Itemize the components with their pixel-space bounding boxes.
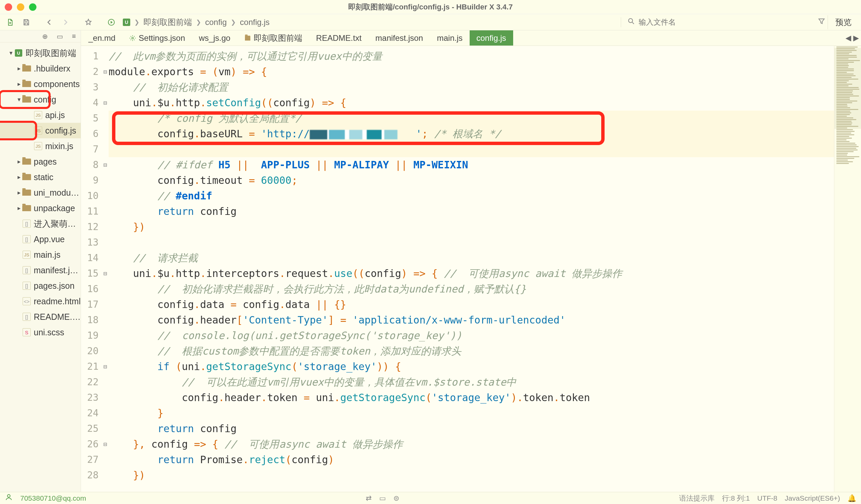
fold-toggle[interactable]: ⊟ <box>102 95 109 111</box>
code-line[interactable]: uni.$u.http.setConfig((config) => { <box>109 95 834 111</box>
fold-toggle <box>102 406 109 421</box>
code-line[interactable]: // 此vm参数为页面的实例，可以通过它引用vuex中的变量 <box>109 49 834 64</box>
tab--[interactable]: 即刻取图前端 <box>237 30 310 45</box>
folder-icon <box>22 95 31 104</box>
breadcrumb-item[interactable]: 即刻取图前端 <box>144 17 192 28</box>
status-cursor-position[interactable]: 行:8 列:1 <box>722 493 750 503</box>
code-line[interactable]: // 请求拦截 <box>109 250 834 266</box>
star-button[interactable] <box>80 15 96 29</box>
code-line[interactable]: // console.log(uni.getStorageSync('stora… <box>109 328 834 343</box>
tree-item-api-js[interactable]: JSapi.js <box>0 107 81 123</box>
minimize-window-button[interactable] <box>17 3 24 11</box>
tree-item-manifest-json[interactable]: []manifest.json <box>0 262 81 278</box>
status-language[interactable]: JavaScript(ES6+) <box>785 494 840 502</box>
maximize-window-button[interactable] <box>29 3 37 11</box>
breadcrumb-item[interactable]: config <box>205 17 227 27</box>
tab-manifest-json[interactable]: manifest.json <box>369 30 430 45</box>
fold-toggle[interactable]: ⊟ <box>102 266 109 281</box>
tab-config-js[interactable]: config.js <box>470 30 513 45</box>
tree-project-root[interactable]: ▾ U 即刻取图前端 <box>0 45 81 61</box>
code-line[interactable]: return Promise.reject(config) <box>109 452 834 467</box>
tab-readme-txt[interactable]: README.txt <box>310 30 369 45</box>
code-line[interactable]: } <box>109 406 834 421</box>
status-syntax-hint[interactable]: 语法提示库 <box>679 493 714 503</box>
fold-toggle[interactable]: ⊟ <box>102 437 109 452</box>
tree-item-readme-html[interactable]: <>readme.html <box>0 294 81 309</box>
code-line[interactable]: return config <box>109 204 834 219</box>
code-line[interactable]: /* config 为默认全局配置*/ <box>109 111 834 126</box>
minimap-viewport[interactable] <box>834 48 861 129</box>
tree-item--[interactable]: []进入聚萌博客发现更... <box>0 216 81 231</box>
code-editor[interactable]: 1234567891011121314151617181920212223242… <box>81 46 861 492</box>
tree-item-static[interactable]: ▸static <box>0 169 81 185</box>
code-line[interactable]: if (uni.getStorageSync('storage_key')) { <box>109 359 834 374</box>
fold-toggle[interactable]: ⊟ <box>102 359 109 374</box>
code-content[interactable]: // 此vm参数为页面的实例，可以通过它引用vuex中的变量module.exp… <box>109 46 834 492</box>
status-icon[interactable]: ▭ <box>379 494 386 502</box>
tree-item-app-vue[interactable]: []App.vue <box>0 231 81 247</box>
tree-item-pages[interactable]: ▸pages <box>0 154 81 169</box>
status-icon[interactable]: ⇄ <box>366 494 372 502</box>
code-line[interactable]: uni.$u.http.interceptors.request.use((co… <box>109 266 834 281</box>
breadcrumb-item[interactable]: config.js <box>240 17 270 27</box>
code-line[interactable]: module.exports = (vm) => { <box>109 64 834 80</box>
code-line[interactable]: }) <box>109 467 834 483</box>
tree-item-mixin-js[interactable]: JSmixin.js <box>0 138 81 154</box>
notification-icon[interactable]: 🔔 <box>848 494 856 502</box>
tab-ws-js-go[interactable]: ws_js.go <box>192 30 237 45</box>
terminal-icon[interactable]: ▭ <box>57 32 63 40</box>
tree-item-uni-modules[interactable]: ▸uni_modules <box>0 185 81 200</box>
tree-item-config-js[interactable]: JSconfig.js <box>0 123 81 138</box>
code-line[interactable]: return config <box>109 421 834 437</box>
fold-toggle <box>102 219 109 235</box>
preview-button[interactable]: 预览 <box>828 15 859 29</box>
nav-back-button[interactable] <box>41 15 57 29</box>
code-line[interactable]: config.baseURL = 'http:// '; /* 根域名 */ <box>109 126 834 142</box>
save-button[interactable] <box>18 15 35 29</box>
minimap[interactable] <box>834 46 861 492</box>
code-line[interactable]: // #endif <box>109 188 834 204</box>
code-line[interactable]: // 初始化请求配置 <box>109 80 834 95</box>
scroll-tabs-right[interactable]: ▶ <box>853 34 859 42</box>
status-user[interactable]: 705380710@qq.com <box>20 494 86 502</box>
code-line[interactable]: config.data = config.data || {} <box>109 297 834 312</box>
nav-forward-button[interactable] <box>57 15 73 29</box>
code-line[interactable]: // 根据custom参数中配置的是否需要token，添加对应的请求头 <box>109 343 834 359</box>
filter-icon[interactable] <box>818 17 825 27</box>
new-file-button[interactable] <box>2 15 18 29</box>
run-button[interactable] <box>103 15 120 29</box>
tree-item-components[interactable]: ▸components <box>0 76 81 92</box>
code-line[interactable]: config.header['Content-Type'] = 'applica… <box>109 312 834 328</box>
tree-item-config[interactable]: ▾config <box>0 92 81 107</box>
tab-main-js[interactable]: main.js <box>430 30 470 45</box>
status-encoding[interactable]: UTF-8 <box>757 494 778 502</box>
tab-label: manifest.json <box>375 33 423 43</box>
code-line[interactable]: // #ifdef H5 || APP-PLUS || MP-ALIPAY ||… <box>109 157 834 173</box>
tree-item--hbuilderx[interactable]: ▸.hbuilderx <box>0 61 81 76</box>
search-input[interactable] <box>639 18 814 27</box>
code-line[interactable]: config.header.token = uni.getStorageSync… <box>109 390 834 406</box>
tree-item-readme-txt[interactable]: []README.txt <box>0 309 81 325</box>
fold-toggle[interactable]: ⊟ <box>102 157 109 173</box>
tree-item-uni-scss[interactable]: Suni.scss <box>0 325 81 340</box>
code-line[interactable]: // 初始化请求拦截器时，会执行此方法，此时data为undefined，赋予默… <box>109 281 834 297</box>
code-line[interactable] <box>109 235 834 250</box>
code-line[interactable]: }, config => { // 可使用async await 做异步操作 <box>109 437 834 452</box>
code-line[interactable]: config.timeout = 60000; <box>109 173 834 188</box>
add-icon[interactable]: ⊕ <box>42 32 48 40</box>
close-window-button[interactable] <box>5 3 12 11</box>
code-line[interactable]: // 可以在此通过vm引用vuex中的变量，具体值在vm.$store.stat… <box>109 374 834 390</box>
fold-toggle[interactable]: ⊟ <box>102 64 109 80</box>
code-line[interactable] <box>109 142 834 157</box>
code-line[interactable]: }) <box>109 219 834 235</box>
tab-settings-json[interactable]: Settings.json <box>122 30 192 45</box>
scroll-tabs-left[interactable]: ◀ <box>846 34 851 42</box>
tree-item-main-js[interactable]: JSmain.js <box>0 247 81 262</box>
tree-item-unpackage[interactable]: ▸unpackage <box>0 200 81 216</box>
tree-item-pages-json[interactable]: []pages.json <box>0 278 81 294</box>
tab--en-md[interactable]: _en.md <box>82 30 122 45</box>
menu-icon[interactable]: ≡ <box>72 32 76 40</box>
tree-item-label: manifest.json <box>34 265 81 275</box>
chevron-down-icon: ▾ <box>8 49 14 57</box>
status-icon[interactable]: ⊜ <box>393 494 399 502</box>
